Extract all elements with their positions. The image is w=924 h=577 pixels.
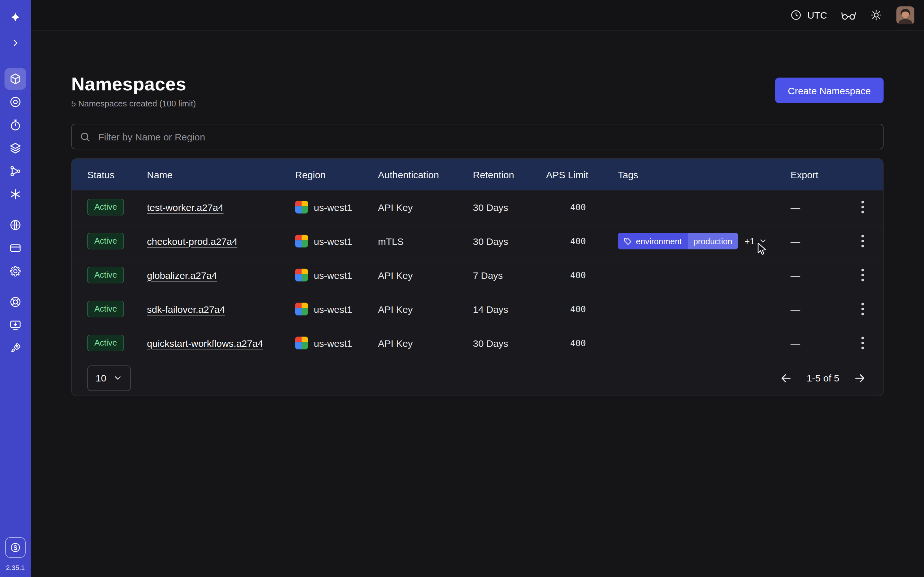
usage-button[interactable] — [5, 537, 26, 558]
sidebar-item-billing[interactable] — [5, 237, 26, 259]
row-menu-button[interactable] — [853, 232, 871, 250]
page-size-select[interactable]: 10 — [87, 365, 131, 391]
labs-mode-button[interactable] — [841, 9, 856, 21]
row-menu-button[interactable] — [853, 334, 871, 352]
export-value: — — [790, 338, 842, 348]
col-name: Name — [147, 169, 295, 180]
table-row: Active checkout-prod.a27a4 us-west1 mTLS… — [72, 224, 883, 258]
sidebar-item-workflow[interactable] — [5, 160, 26, 182]
sidebar-item-tutorial[interactable] — [5, 314, 26, 336]
page-header: Namespaces 5 Namespaces created (100 lim… — [71, 73, 884, 108]
version-label: 2.35.1 — [6, 564, 25, 571]
aps-value: 400 — [546, 304, 618, 314]
avatar[interactable] — [897, 6, 914, 24]
sidebar-item-timer[interactable] — [5, 114, 26, 136]
export-value: — — [790, 269, 842, 280]
tag-icon — [624, 237, 632, 245]
col-region: Region — [295, 169, 378, 180]
region-label: us-west1 — [314, 235, 352, 247]
timezone-selector[interactable]: UTC — [790, 9, 827, 21]
namespace-link[interactable]: checkout-prod.a27a4 — [147, 235, 237, 247]
globe-icon — [9, 219, 22, 231]
status-badge: Active — [87, 199, 124, 215]
tag-value: production — [688, 233, 738, 250]
sidebar-item-globe[interactable] — [5, 214, 26, 236]
create-namespace-button[interactable]: Create Namespace — [775, 77, 884, 103]
sidebar-nav-group-1 — [5, 68, 26, 205]
sidebar-nav-group-3 — [5, 291, 26, 359]
retention-value: 7 Days — [473, 269, 546, 280]
namespace-link[interactable]: sdk-failover.a27a4 — [147, 303, 225, 314]
page-range-label: 1-5 of 5 — [806, 372, 839, 384]
namespaces-table: Status Name Region Authentication Retent… — [71, 158, 884, 396]
namespace-link[interactable]: test-worker.a27a4 — [147, 201, 223, 213]
table-row: Active sdk-failover.a27a4 us-west1 API K… — [72, 292, 883, 326]
tag-expand-button[interactable] — [758, 237, 767, 245]
usage-dollar-icon — [10, 542, 21, 553]
row-menu-button[interactable] — [853, 266, 871, 284]
screen-icon — [9, 319, 22, 332]
lifebuoy-icon — [9, 295, 22, 308]
next-page-button[interactable] — [853, 372, 866, 384]
sidebar-item-getting-started[interactable] — [5, 337, 26, 359]
auth-value: API Key — [378, 338, 473, 348]
gcp-icon — [295, 303, 308, 316]
app-root: 2.35.1 UTC Namespaces 5 Namespaces creat… — [0, 0, 924, 577]
sidebar-item-settings[interactable] — [5, 260, 26, 282]
asterisk-icon — [9, 188, 22, 201]
region-label: us-west1 — [314, 338, 352, 348]
table-header-row: Status Name Region Authentication Retent… — [72, 159, 883, 190]
kebab-icon — [861, 303, 864, 316]
table-row: Active globalizer.a27a4 us-west1 API Key… — [72, 258, 883, 292]
auth-value: API Key — [378, 269, 473, 280]
tag-key: environment — [636, 236, 682, 246]
col-retention: Retention — [473, 169, 546, 180]
page-size-value: 10 — [95, 372, 106, 384]
page-title: Namespaces — [71, 73, 196, 95]
gcp-icon — [295, 269, 308, 282]
aps-value: 400 — [546, 270, 618, 280]
col-auth: Authentication — [378, 169, 473, 180]
namespace-link[interactable]: quickstart-workflows.a27a4 — [147, 338, 263, 348]
auth-value: API Key — [378, 303, 473, 314]
chevron-down-icon — [113, 373, 122, 383]
prev-page-button[interactable] — [780, 372, 792, 384]
gcp-icon — [295, 337, 308, 350]
theme-toggle-button[interactable] — [870, 9, 882, 21]
page-subtitle: 5 Namespaces created (100 limit) — [71, 99, 196, 108]
temporal-logo-icon[interactable] — [6, 9, 25, 28]
row-menu-button[interactable] — [853, 300, 871, 318]
kebab-icon — [861, 269, 864, 282]
sidebar-nav-group-2 — [5, 214, 26, 282]
sidebar-item-support[interactable] — [5, 291, 26, 313]
glasses-icon — [841, 9, 856, 21]
table-row: Active test-worker.a27a4 us-west1 API Ke… — [72, 190, 883, 224]
table-row: Active quickstart-workflows.a27a4 us-wes… — [72, 326, 883, 359]
target-icon — [9, 95, 22, 108]
sidebar-item-target[interactable] — [5, 91, 26, 113]
layers-icon — [9, 142, 22, 155]
table-footer: 10 1-5 of 5 — [72, 359, 883, 396]
col-tags: Tags — [618, 169, 790, 180]
sidebar: 2.35.1 — [0, 0, 31, 577]
sidebar-expand-button[interactable] — [5, 32, 26, 54]
auth-value: API Key — [378, 201, 473, 213]
export-value: — — [790, 303, 842, 314]
filter-input[interactable] — [97, 131, 875, 143]
aps-value: 400 — [546, 202, 618, 212]
export-value: — — [790, 235, 842, 247]
status-badge: Active — [87, 335, 124, 351]
col-aps-limit: APS Limit — [546, 169, 618, 180]
timer-icon — [9, 119, 22, 131]
filter-bar — [71, 124, 884, 149]
tag-chip[interactable]: environment production — [618, 233, 738, 250]
row-menu-button[interactable] — [853, 198, 871, 216]
kebab-icon — [861, 201, 864, 213]
sidebar-item-namespaces[interactable] — [5, 68, 26, 90]
sidebar-item-nexus[interactable] — [5, 183, 26, 205]
status-badge: Active — [87, 267, 124, 284]
sidebar-item-layers[interactable] — [5, 137, 26, 159]
region-label: us-west1 — [314, 201, 352, 213]
namespace-link[interactable]: globalizer.a27a4 — [147, 269, 217, 280]
kebab-icon — [861, 337, 864, 350]
